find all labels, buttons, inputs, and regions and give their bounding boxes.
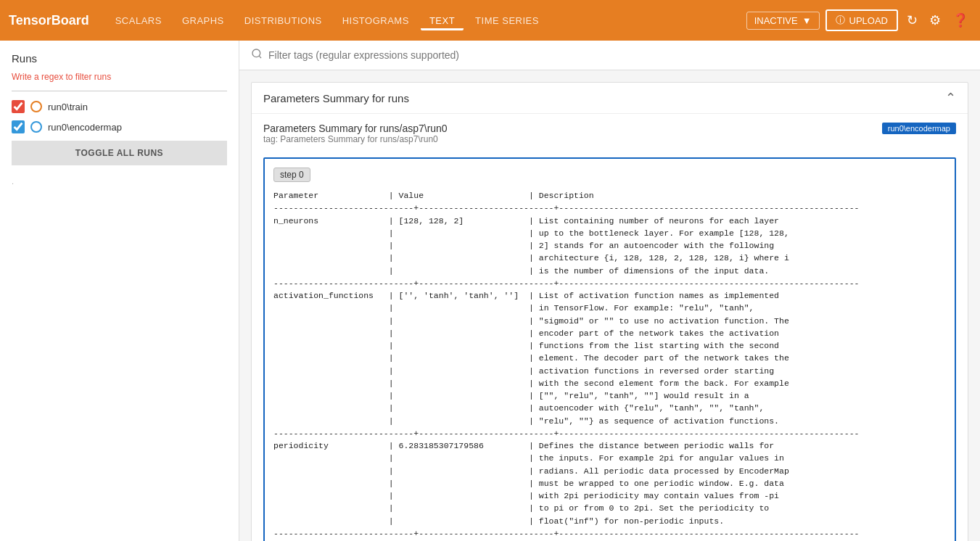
help-button[interactable]: ❓: [950, 9, 971, 31]
navbar: TensorBoard SCALARS GRAPHS DISTRIBUTIONS…: [0, 0, 980, 41]
panel-header: Parameters Summary for runs ⌃: [252, 83, 968, 114]
refresh-button[interactable]: ↻: [904, 9, 921, 31]
sub-panel-info: Parameters Summary for runs/asp7\run0 ta…: [263, 123, 448, 152]
nav-distributions[interactable]: DISTRIBUTIONS: [236, 11, 331, 30]
brand-logo: TensorBoard: [9, 13, 89, 28]
search-icon: [251, 48, 263, 62]
chevron-down-icon: ▼: [802, 15, 812, 26]
filter-bar: [239, 41, 980, 70]
sub-panel-title: Parameters Summary for runs/asp7\run0: [263, 123, 448, 134]
run0encodermap-label: run0\encodermap: [48, 122, 122, 133]
nav-graphs[interactable]: GRAPHS: [173, 11, 233, 30]
run0train-circle: [30, 101, 42, 112]
run0encodermap-checkbox[interactable]: [12, 120, 25, 133]
panel-title: Parameters Summary for runs: [263, 92, 409, 104]
run0train-label: run0\train: [48, 102, 88, 112]
info-icon: ⓘ: [836, 14, 845, 27]
filter-tags-input[interactable]: [268, 49, 968, 61]
panels-container: Parameters Summary for runs ⌃ Parameters…: [239, 70, 980, 541]
param-table: Parameter | Value | Description --------…: [273, 189, 946, 541]
filter-runs-label[interactable]: Write a regex to filter runs: [12, 72, 227, 82]
sidebar-title: Runs: [12, 52, 227, 65]
run-item-0: run0\train: [12, 100, 227, 113]
status-label: INACTIVE: [754, 15, 798, 26]
sub-panel-top: Parameters Summary for runs/asp7\run0 ta…: [263, 123, 956, 152]
filter-input-wrap: [251, 48, 968, 62]
sub-panel: Parameters Summary for runs/asp7\run0 ta…: [252, 114, 968, 541]
nav-time-series[interactable]: TIME SERIES: [466, 11, 548, 30]
sidebar-dot: .: [12, 177, 227, 186]
sidebar: Runs Write a regex to filter runs run0\t…: [0, 41, 239, 541]
sidebar-divider: [12, 91, 227, 91]
run0train-checkbox[interactable]: [12, 100, 25, 113]
sub-panel-tag: tag: Parameters Summary for runs/asp7\ru…: [263, 134, 448, 144]
upload-button[interactable]: ⓘ UPLOAD: [825, 9, 898, 31]
parameters-panel: Parameters Summary for runs ⌃ Parameters…: [251, 82, 968, 541]
svg-point-0: [252, 49, 260, 57]
nav-text[interactable]: TEXT: [421, 11, 464, 30]
run0encodermap-circle: [30, 121, 42, 133]
run-item-1: run0\encodermap: [12, 120, 227, 133]
filter-runs-link[interactable]: Write a regex to filter runs: [12, 72, 111, 82]
nav-histograms[interactable]: HISTOGRAMS: [334, 11, 418, 30]
svg-line-1: [259, 56, 261, 58]
content-area: Parameters Summary for runs ⌃ Parameters…: [239, 41, 980, 541]
run-badge: run0\encodermap: [882, 123, 956, 134]
nav-right: INACTIVE ▼ ⓘ UPLOAD ↻ ⚙ ❓: [746, 9, 971, 31]
toggle-all-runs-button[interactable]: TOGGLE ALL RUNS: [12, 141, 227, 165]
status-dropdown[interactable]: INACTIVE ▼: [746, 12, 820, 30]
main-layout: Runs Write a regex to filter runs run0\t…: [0, 41, 980, 541]
panel-collapse-button[interactable]: ⌃: [945, 90, 956, 106]
upload-label: UPLOAD: [849, 15, 888, 26]
nav-scalars[interactable]: SCALARS: [107, 11, 170, 30]
nav-links: SCALARS GRAPHS DISTRIBUTIONS HISTOGRAMS …: [107, 11, 746, 30]
step-badge: step 0: [273, 168, 310, 182]
settings-button[interactable]: ⚙: [926, 9, 944, 31]
text-content-box: step 0 Parameter | Value | Description -…: [263, 157, 956, 541]
